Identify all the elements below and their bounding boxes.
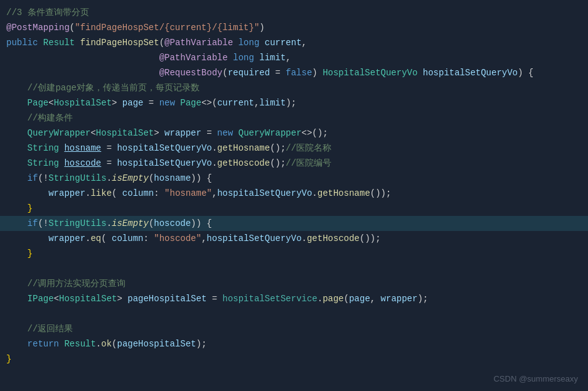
line-19-text: //调用方法实现分页查询 [6,277,126,291]
line-14-text: } [6,201,33,215]
line-24-text: } [6,352,11,366]
code-line-9: QueryWrapper<HospitalSet> wrapper = new … [0,126,588,141]
line-15-text: if(!StringUtils.isEmpty(hoscode)) { [6,217,212,230]
code-line-11: String hoscode = hospitalSetQueryVo.getH… [0,156,588,171]
line-3-text: public Result findPageHospSet(@PathVaria… [6,36,307,50]
code-line-16: wrapper.eq( column: "hoscode",hospitalSe… [0,231,588,246]
code-line-20: IPage<HospitalSet> pageHospitalSet = hos… [0,291,588,306]
code-line-10: String hosname = hospitalSetQueryVo.getH… [0,141,588,156]
watermark: CSDN @summerseaxy [493,374,578,383]
line-12-text: if(!StringUtils.isEmpty(hosname)) { [6,171,212,185]
line-7-text: Page<HospitalSet> page = new Page<>(curr… [6,96,296,110]
code-line-2: @PostMapping("findPageHospSet/{current}/… [0,20,588,35]
code-line-22: //返回结果 [0,321,588,336]
line-4-text: @PathVariable long limit, [6,51,291,65]
code-line-1: //3 条件查询带分页 [0,5,588,20]
line-17-text: } [6,247,33,260]
code-line-23: return Result.ok(pageHospitalSet); [0,336,588,351]
code-line-14: } [0,201,588,216]
code-line-21 [0,306,588,321]
line-10-text: String hosname = hospitalSetQueryVo.getH… [6,141,331,155]
code-line-18 [0,261,588,276]
code-line-15: if(!StringUtils.isEmpty(hoscode)) { [0,216,588,231]
code-line-5: @RequestBody(required = false) HospitalS… [0,65,588,80]
line-22-text: //返回结果 [6,322,73,336]
line-2-text: @PostMapping("findPageHospSet/{current}/… [6,21,265,35]
code-line-7: Page<HospitalSet> page = new Page<>(curr… [0,95,588,110]
code-line-24: } [0,351,588,367]
code-line-12: if(!StringUtils.isEmpty(hosname)) { [0,171,588,186]
line-18-text [6,262,11,276]
code-line-3: public Result findPageHospSet(@PathVaria… [0,35,588,50]
line-9-text: QueryWrapper<HospitalSet> wrapper = new … [6,126,328,140]
code-line-8: //构建条件 [0,110,588,126]
line-23-text: return Result.ok(pageHospitalSet); [6,337,206,351]
code-line-19: //调用方法实现分页查询 [0,276,588,291]
line-6-text: //创建page对象，传递当前页，每页记录数 [6,81,200,95]
line-5-text: @RequestBody(required = false) HospitalS… [6,66,533,80]
code-line-6: //创建page对象，传递当前页，每页记录数 [0,80,588,95]
line-16-text: wrapper.eq( column: "hoscode",hospitalSe… [6,232,381,245]
line-1-text: //3 条件查询带分页 [6,6,89,19]
code-line-13: wrapper.like( column: "hosname",hospital… [0,186,588,201]
code-line-17: } [0,246,588,261]
line-8-text: //构建条件 [6,111,73,125]
line-13-text: wrapper.like( column: "hosname",hospital… [6,186,391,200]
code-editor: //3 条件查询带分页 @PostMapping("findPageHospSe… [0,0,588,391]
line-21-text [6,307,11,321]
line-20-text: IPage<HospitalSet> pageHospitalSet = hos… [6,292,428,306]
code-line-4: @PathVariable long limit, [0,50,588,65]
line-11-text: String hoscode = hospitalSetQueryVo.getH… [6,156,331,170]
